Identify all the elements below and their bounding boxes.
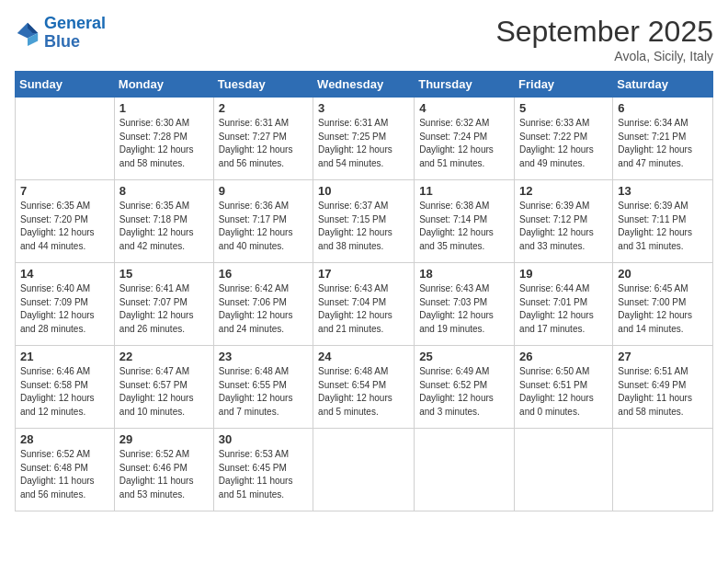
calendar-cell: 11Sunrise: 6:38 AMSunset: 7:14 PMDayligh… xyxy=(415,180,515,263)
day-info: Sunrise: 6:52 AMSunset: 6:46 PMDaylight:… xyxy=(119,448,209,501)
calendar-cell xyxy=(613,429,713,511)
day-info: Sunrise: 6:37 AMSunset: 7:15 PMDaylight:… xyxy=(318,200,409,253)
day-number: 1 xyxy=(119,101,209,115)
day-info: Sunrise: 6:45 AMSunset: 7:00 PMDaylight:… xyxy=(618,282,708,336)
day-info: Sunrise: 6:31 AMSunset: 7:27 PMDaylight:… xyxy=(219,117,308,170)
day-info: Sunrise: 6:31 AMSunset: 7:25 PMDaylight:… xyxy=(318,117,409,170)
day-number: 11 xyxy=(419,184,509,198)
calendar-cell: 18Sunrise: 6:43 AMSunset: 7:03 PMDayligh… xyxy=(415,263,515,346)
day-info: Sunrise: 6:51 AMSunset: 6:49 PMDaylight:… xyxy=(618,365,708,419)
day-info: Sunrise: 6:39 AMSunset: 7:12 PMDaylight:… xyxy=(519,200,608,253)
day-number: 30 xyxy=(219,432,308,446)
day-number: 18 xyxy=(419,267,509,281)
logo-icon xyxy=(15,20,40,46)
calendar-cell: 7Sunrise: 6:35 AMSunset: 7:20 PMDaylight… xyxy=(16,180,115,263)
day-info: Sunrise: 6:42 AMSunset: 7:06 PMDaylight:… xyxy=(219,282,308,336)
calendar-cell: 2Sunrise: 6:31 AMSunset: 7:27 PMDaylight… xyxy=(213,98,313,180)
day-info: Sunrise: 6:40 AMSunset: 7:09 PMDaylight:… xyxy=(20,282,109,336)
calendar-cell xyxy=(16,98,115,180)
day-number: 29 xyxy=(119,432,209,446)
day-info: Sunrise: 6:50 AMSunset: 6:51 PMDaylight:… xyxy=(519,365,608,419)
day-info: Sunrise: 6:32 AMSunset: 7:24 PMDaylight:… xyxy=(419,117,509,170)
calendar-cell: 5Sunrise: 6:33 AMSunset: 7:22 PMDaylight… xyxy=(515,98,613,180)
day-info: Sunrise: 6:33 AMSunset: 7:22 PMDaylight:… xyxy=(519,117,608,170)
day-number: 2 xyxy=(219,101,308,115)
calendar-cell: 4Sunrise: 6:32 AMSunset: 7:24 PMDaylight… xyxy=(415,98,515,180)
day-info: Sunrise: 6:30 AMSunset: 7:28 PMDaylight:… xyxy=(119,117,209,170)
calendar-cell: 1Sunrise: 6:30 AMSunset: 7:28 PMDaylight… xyxy=(114,98,213,180)
day-number: 19 xyxy=(519,267,608,281)
day-info: Sunrise: 6:52 AMSunset: 6:48 PMDaylight:… xyxy=(20,448,109,501)
day-number: 6 xyxy=(618,101,708,115)
day-of-week-header: Sunday xyxy=(16,72,115,98)
day-number: 24 xyxy=(318,350,409,363)
calendar-cell: 12Sunrise: 6:39 AMSunset: 7:12 PMDayligh… xyxy=(515,180,613,263)
day-of-week-header: Saturday xyxy=(613,72,713,98)
day-info: Sunrise: 6:44 AMSunset: 7:01 PMDaylight:… xyxy=(519,282,608,336)
day-info: Sunrise: 6:35 AMSunset: 7:20 PMDaylight:… xyxy=(20,200,109,253)
calendar-cell: 9Sunrise: 6:36 AMSunset: 7:17 PMDaylight… xyxy=(213,180,313,263)
day-number: 28 xyxy=(20,432,109,446)
calendar-cell: 28Sunrise: 6:52 AMSunset: 6:48 PMDayligh… xyxy=(16,429,115,511)
calendar-cell: 14Sunrise: 6:40 AMSunset: 7:09 PMDayligh… xyxy=(16,263,115,346)
calendar-cell: 27Sunrise: 6:51 AMSunset: 6:49 PMDayligh… xyxy=(613,346,713,429)
day-number: 9 xyxy=(219,184,308,198)
calendar-cell: 19Sunrise: 6:44 AMSunset: 7:01 PMDayligh… xyxy=(515,263,613,346)
calendar-cell: 8Sunrise: 6:35 AMSunset: 7:18 PMDaylight… xyxy=(114,180,213,263)
day-of-week-header: Friday xyxy=(515,72,613,98)
day-info: Sunrise: 6:43 AMSunset: 7:04 PMDaylight:… xyxy=(318,282,409,336)
calendar: SundayMondayTuesdayWednesdayThursdayFrid… xyxy=(15,71,713,511)
day-number: 7 xyxy=(20,184,109,198)
calendar-cell: 3Sunrise: 6:31 AMSunset: 7:25 PMDaylight… xyxy=(313,98,415,180)
day-info: Sunrise: 6:47 AMSunset: 6:57 PMDaylight:… xyxy=(119,365,209,419)
location: Avola, Sicily, Italy xyxy=(495,49,713,63)
title-block: September 2025 Avola, Sicily, Italy xyxy=(495,15,713,63)
day-number: 14 xyxy=(20,267,109,281)
calendar-cell: 24Sunrise: 6:48 AMSunset: 6:54 PMDayligh… xyxy=(313,346,415,429)
calendar-cell: 10Sunrise: 6:37 AMSunset: 7:15 PMDayligh… xyxy=(313,180,415,263)
day-number: 23 xyxy=(219,350,308,363)
page-header: General Blue September 2025 Avola, Sicil… xyxy=(15,15,713,63)
day-info: Sunrise: 6:38 AMSunset: 7:14 PMDaylight:… xyxy=(419,200,509,253)
day-number: 8 xyxy=(119,184,209,198)
day-of-week-header: Thursday xyxy=(415,72,515,98)
calendar-cell: 22Sunrise: 6:47 AMSunset: 6:57 PMDayligh… xyxy=(114,346,213,429)
day-number: 26 xyxy=(519,350,608,363)
day-info: Sunrise: 6:36 AMSunset: 7:17 PMDaylight:… xyxy=(219,200,308,253)
day-number: 17 xyxy=(318,267,409,281)
day-of-week-header: Monday xyxy=(114,72,213,98)
calendar-cell: 16Sunrise: 6:42 AMSunset: 7:06 PMDayligh… xyxy=(213,263,313,346)
calendar-cell: 30Sunrise: 6:53 AMSunset: 6:45 PMDayligh… xyxy=(213,429,313,511)
month-title: September 2025 xyxy=(495,15,713,49)
day-of-week-header: Tuesday xyxy=(213,72,313,98)
day-info: Sunrise: 6:46 AMSunset: 6:58 PMDaylight:… xyxy=(20,365,109,419)
calendar-cell: 26Sunrise: 6:50 AMSunset: 6:51 PMDayligh… xyxy=(515,346,613,429)
day-number: 20 xyxy=(618,267,708,281)
calendar-cell: 15Sunrise: 6:41 AMSunset: 7:07 PMDayligh… xyxy=(114,263,213,346)
calendar-cell xyxy=(515,429,613,511)
calendar-cell: 13Sunrise: 6:39 AMSunset: 7:11 PMDayligh… xyxy=(613,180,713,263)
day-info: Sunrise: 6:48 AMSunset: 6:54 PMDaylight:… xyxy=(318,365,409,419)
day-number: 27 xyxy=(618,350,708,363)
calendar-cell: 21Sunrise: 6:46 AMSunset: 6:58 PMDayligh… xyxy=(16,346,115,429)
day-number: 12 xyxy=(519,184,608,198)
day-info: Sunrise: 6:41 AMSunset: 7:07 PMDaylight:… xyxy=(119,282,209,336)
day-number: 10 xyxy=(318,184,409,198)
calendar-cell: 29Sunrise: 6:52 AMSunset: 6:46 PMDayligh… xyxy=(114,429,213,511)
day-number: 22 xyxy=(119,350,209,363)
day-info: Sunrise: 6:49 AMSunset: 6:52 PMDaylight:… xyxy=(419,365,509,419)
day-info: Sunrise: 6:35 AMSunset: 7:18 PMDaylight:… xyxy=(119,200,209,253)
day-info: Sunrise: 6:53 AMSunset: 6:45 PMDaylight:… xyxy=(219,448,308,501)
calendar-cell: 17Sunrise: 6:43 AMSunset: 7:04 PMDayligh… xyxy=(313,263,415,346)
calendar-cell: 6Sunrise: 6:34 AMSunset: 7:21 PMDaylight… xyxy=(613,98,713,180)
day-number: 16 xyxy=(219,267,308,281)
calendar-cell: 25Sunrise: 6:49 AMSunset: 6:52 PMDayligh… xyxy=(415,346,515,429)
logo-text: General Blue xyxy=(44,15,106,52)
day-info: Sunrise: 6:39 AMSunset: 7:11 PMDaylight:… xyxy=(618,200,708,253)
calendar-cell xyxy=(415,429,515,511)
logo: General Blue xyxy=(15,15,106,52)
day-info: Sunrise: 6:34 AMSunset: 7:21 PMDaylight:… xyxy=(618,117,708,170)
day-of-week-header: Wednesday xyxy=(313,72,415,98)
day-number: 25 xyxy=(419,350,509,363)
day-number: 15 xyxy=(119,267,209,281)
